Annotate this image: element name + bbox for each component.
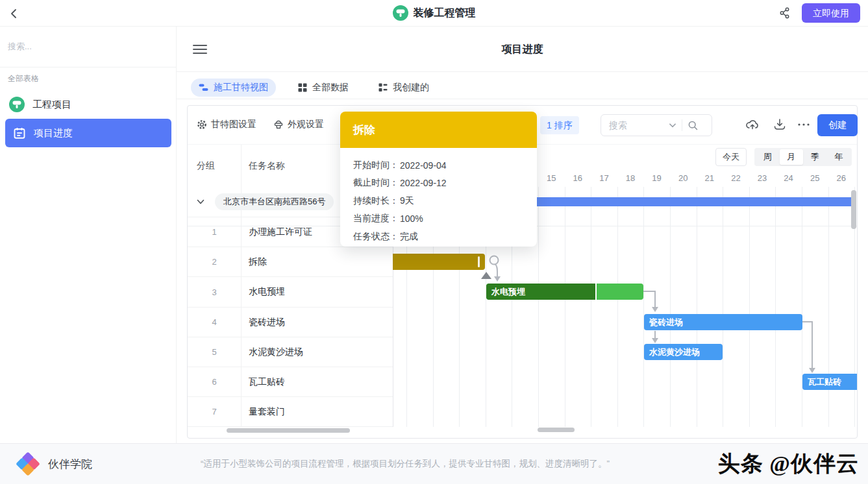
field-label: 持续时长：	[353, 195, 399, 207]
today-button[interactable]: 今天	[715, 148, 747, 166]
gantt-bar-tiling-work[interactable]: 瓦工贴砖	[802, 374, 857, 390]
date-tick: 23	[749, 169, 776, 187]
search-box	[601, 114, 712, 136]
huoban-logo-icon	[17, 453, 39, 475]
row-number: 4	[188, 317, 241, 327]
table-horizontal-scrollbar[interactable]	[227, 428, 350, 433]
header-divider	[177, 71, 868, 72]
appearance-settings-button[interactable]: 外观设置	[273, 119, 324, 130]
sidebar-search-input[interactable]: 搜索...	[8, 41, 169, 53]
gantt-vertical-scrollbar[interactable]	[851, 190, 856, 229]
field-label: 截止时间：	[353, 177, 399, 189]
gantt-bar-cement-sand[interactable]: 水泥黄沙进场	[644, 344, 723, 360]
sidebar-item-project[interactable]: 工程项目	[0, 91, 177, 117]
bar-label: 水电预埋	[486, 287, 525, 296]
field-label: 当前进度：	[353, 213, 399, 224]
scale-quarter[interactable]: 季	[803, 149, 827, 165]
tab-gantt-view[interactable]: 施工甘特视图	[191, 79, 276, 97]
chevron-down-icon[interactable]	[197, 199, 205, 205]
table-row[interactable]: 3 水电预埋	[188, 277, 393, 308]
task-name: 瓷砖进场	[241, 317, 285, 328]
field-label: 任务状态：	[353, 231, 399, 243]
gantt-bar-tiles-arrival[interactable]: 瓷砖进场	[644, 314, 802, 330]
group-label: 北京市丰台区南苑西路56号	[215, 193, 334, 210]
field-value: 9天	[400, 195, 414, 207]
date-tick: 17	[591, 169, 617, 187]
gantt-settings-button[interactable]: 甘特图设置	[197, 119, 256, 130]
download-icon[interactable]	[772, 117, 787, 132]
app-logo-icon	[393, 5, 408, 21]
footer-brand: 伙伴学院	[48, 457, 92, 472]
field-value: 100%	[400, 213, 423, 224]
column-header-group: 分组	[197, 145, 215, 187]
sidebar: 搜索... 全部表格 工程项目 项目进度	[0, 27, 177, 443]
share-icon[interactable]	[778, 6, 791, 19]
sidebar-item-progress[interactable]: 项目进度	[5, 119, 171, 147]
list-icon	[378, 83, 388, 92]
scale-year[interactable]: 年	[827, 149, 851, 165]
use-now-button[interactable]: 立即使用	[802, 3, 860, 23]
bar-label: 瓦工贴砖	[802, 377, 841, 387]
task-name: 瓦工贴砖	[241, 376, 285, 388]
sidebar-section-label: 全部表格	[8, 73, 39, 84]
calendar-icon	[13, 127, 26, 139]
scale-month[interactable]: 月	[780, 149, 804, 165]
table-row[interactable]: 6 瓦工贴砖	[188, 367, 393, 397]
date-tick: 24	[775, 169, 802, 187]
table-row[interactable]: 5 水泥黄沙进场	[188, 337, 393, 367]
chevron-down-icon[interactable]	[669, 123, 676, 128]
date-tick: 26	[828, 169, 854, 187]
app-title: 装修工程管理	[414, 6, 476, 20]
gantt-bar-plumbing-electric[interactable]: 水电预埋	[486, 284, 643, 300]
row-number: 3	[188, 287, 241, 297]
scale-week[interactable]: 周	[756, 149, 780, 165]
sort-badge[interactable]: 1 排序	[540, 116, 579, 134]
date-tick: 22	[723, 169, 749, 187]
table-row[interactable]: 2 拆除	[188, 247, 393, 277]
row-number: 6	[188, 377, 241, 387]
sidebar-item-label: 项目进度	[34, 127, 73, 139]
field-label: 开始时间：	[353, 160, 399, 171]
search-input[interactable]	[609, 120, 669, 130]
cloud-upload-icon[interactable]	[745, 117, 760, 132]
table-row[interactable]: 7 量套装门	[188, 397, 393, 427]
date-tick: 20	[670, 169, 697, 187]
progress-handle[interactable]	[478, 256, 480, 267]
table-row[interactable]: 4 瓷砖进场	[188, 308, 393, 337]
date-tick: 21	[696, 169, 723, 187]
task-name: 水电预埋	[241, 286, 285, 298]
tab-all-data[interactable]: 全部数据	[290, 79, 356, 97]
page-title: 项目进度	[177, 43, 868, 56]
gantt-horizontal-scrollbar[interactable]	[538, 428, 575, 432]
tabs-divider	[177, 99, 868, 99]
task-tooltip: 拆除 开始时间：2022-09-04 截止时间：2022-09-12 持续时长：…	[340, 112, 537, 247]
tooltip-title: 拆除	[340, 112, 537, 148]
appearance-label: 外观设置	[288, 119, 324, 130]
gantt-view-icon	[199, 83, 208, 92]
time-scale-segmented-control: 周 月 季 年	[754, 148, 852, 166]
task-name: 水泥黄沙进场	[241, 346, 303, 358]
tab-label: 我创建的	[393, 82, 429, 93]
row-number: 2	[188, 257, 241, 267]
date-tick: 25	[802, 169, 828, 187]
paint-bucket-icon	[273, 119, 284, 130]
tab-created-by-me[interactable]: 我创建的	[371, 79, 437, 97]
gantt-bar-demolition[interactable]	[393, 254, 485, 270]
tooltip-body: 开始时间：2022-09-04 截止时间：2022-09-12 持续时长：9天 …	[340, 148, 537, 246]
footer-quote: “适用于小型装饰公司的项目流程管理，根据项目划分任务到人，提供专业甘特图，规划、…	[92, 458, 718, 470]
row-number: 7	[188, 407, 241, 417]
more-options-icon[interactable]	[797, 119, 812, 134]
create-button[interactable]: 创建	[817, 114, 858, 136]
tab-label: 施工甘特视图	[214, 82, 268, 93]
gear-icon	[197, 119, 207, 130]
row-number: 5	[188, 347, 241, 357]
column-header-task: 任务名称	[249, 145, 285, 187]
field-value: 2022-09-12	[400, 178, 447, 188]
tab-label: 全部数据	[312, 82, 349, 93]
search-separator	[682, 119, 682, 131]
search-icon[interactable]	[688, 120, 699, 131]
bar-label: 瓷砖进场	[644, 317, 683, 327]
app-title-group: 装修工程管理	[0, 0, 868, 26]
date-tick: 15	[538, 169, 565, 187]
view-tabs: 施工甘特视图 全部数据 我创建的	[191, 76, 437, 99]
